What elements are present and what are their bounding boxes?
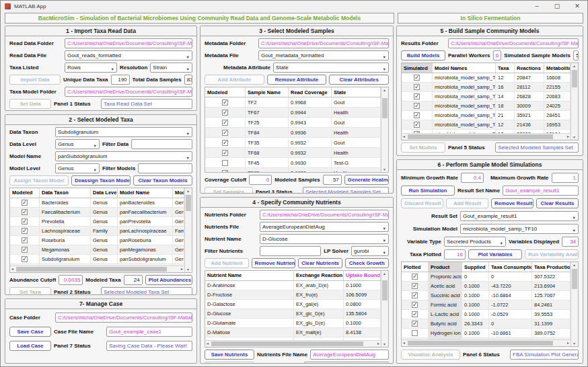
maximize-button[interactable]: ▢ — [547, 1, 567, 11]
set-nutrients-button[interactable]: Set Nutrients — [205, 362, 254, 364]
taxa-row[interactable]: Lachnospiraceae Family panLachnospiracea… — [10, 227, 184, 236]
plotted-checkbox[interactable] — [412, 330, 418, 336]
modeled-taxa-field[interactable]: 24 — [124, 275, 143, 285]
metadata-file-dropdown[interactable]: Gout_metadata_formatted — [258, 50, 389, 60]
simulated-checkbox[interactable] — [414, 103, 420, 109]
metadata-attribute-dropdown[interactable]: State — [273, 63, 389, 73]
column-header-model[interactable]: Model — [173, 188, 184, 198]
case-file-name-field[interactable]: Gout_example_case1 — [106, 327, 192, 337]
vertical-scrollbar[interactable] — [571, 63, 578, 140]
column-header-taxa-consumption[interactable]: Taxa Consumption — [489, 262, 532, 272]
save-case-button[interactable]: Save Case — [9, 327, 51, 337]
modeled-checkbox[interactable] — [22, 228, 28, 234]
column-header-simulated[interactable]: Simulated — [402, 63, 433, 73]
column-header-supplied[interactable]: Supplied — [462, 262, 489, 272]
variables-displayed-field[interactable]: 34 — [562, 237, 579, 247]
column-header-modeled[interactable]: Modeled — [205, 87, 246, 97]
discard-result-button[interactable]: Discard Result — [401, 198, 443, 208]
coverage-cutoff-field[interactable]: 0 — [249, 175, 272, 185]
column-header-data-taxon[interactable]: Data Taxon — [40, 188, 91, 198]
modeled-checkbox[interactable] — [22, 218, 28, 225]
clear-taxon-models-button[interactable]: Clear Taxon Models — [133, 175, 192, 186]
sample-row[interactable]: TF85 0.9929 Health — [205, 168, 381, 172]
taxa-row[interactable]: Faecalibacterium Genus panFaecalibacteri… — [10, 208, 184, 217]
column-header-data-level[interactable]: Data Level — [91, 188, 118, 198]
nutrient-row[interactable]: D-Arabinose EX_arab_D(e) 0.1000 — [205, 281, 381, 290]
taxa-plotted-field[interactable]: 16 — [444, 249, 466, 259]
simulated-checkbox[interactable] — [414, 93, 420, 99]
sample-row[interactable]: TF67 0.9944 Health — [205, 108, 381, 118]
lp-solver-dropdown[interactable]: gurobi — [351, 246, 389, 256]
column-header-plotted[interactable]: Plotted — [402, 262, 429, 272]
add-result-button[interactable]: Add Result — [446, 198, 488, 208]
column-header-exchange-reaction[interactable]: Exchange Reaction — [294, 271, 344, 280]
plotted-checkbox[interactable] — [412, 292, 418, 298]
set-data-button[interactable]: Set Data — [9, 99, 51, 109]
modeled-checkbox[interactable] — [222, 120, 228, 126]
set-samples-button[interactable]: Set Samples — [205, 187, 253, 194]
save-nutrients-button[interactable]: Save Nutrients — [205, 350, 254, 360]
resolution-dropdown[interactable]: Strain — [150, 63, 192, 73]
sample-row[interactable]: TF45 0.9930 Test-G — [205, 158, 381, 168]
horizontal-scrollbar[interactable] — [205, 340, 381, 347]
modeled-checkbox[interactable] — [222, 140, 228, 146]
import-data-button[interactable]: Import Data — [9, 75, 61, 85]
taxa-row[interactable]: Prevotella Genus panPrevotella Genus — [10, 217, 184, 227]
model-row[interactable]: microbiota_model_samp_TF1 12 20847 16608 — [402, 73, 571, 83]
taxa-row[interactable]: Bacteroides Genus panBacteroides Genus — [10, 198, 184, 208]
minimum-growth-rate-field[interactable]: 0.4 — [461, 173, 484, 183]
read-data-file-dropdown[interactable]: Gout_reads_formatted — [65, 50, 192, 60]
taxa-row[interactable]: Roseburia Genus panRoseburia Genus — [10, 236, 184, 245]
modeled-checkbox[interactable] — [22, 237, 28, 243]
modeled-checkbox[interactable] — [22, 256, 28, 262]
simulated-checkbox[interactable] — [414, 122, 420, 128]
column-header-metabolites[interactable]: Metabolites — [544, 63, 571, 73]
nutrients-file-name-field[interactable]: AverageEuropeanDietAug — [310, 350, 389, 360]
model-row[interactable]: microbiota_model_samp_TF10 16 28112 2215… — [402, 83, 571, 92]
nutrients-file-dropdown[interactable]: AverageEuropeanDietAug — [260, 222, 389, 232]
product-row[interactable]: Butyric acid 26.3343 0 31.1399 — [402, 319, 571, 329]
column-header-nutrient-name[interactable]: Nutrient Name — [205, 271, 294, 280]
column-header-taxa[interactable]: Taxa — [496, 63, 515, 73]
sample-row[interactable]: TF68 0.9932 Health — [205, 148, 381, 158]
plotted-checkbox[interactable] — [412, 274, 418, 280]
maximum-growth-rate-field[interactable]: 1 — [552, 173, 579, 183]
sample-row[interactable]: TF2 0.9968 Gout — [205, 97, 381, 108]
assign-taxon-model-button[interactable]: Assign Taxon Model — [9, 175, 69, 186]
minimize-button[interactable]: – — [527, 1, 547, 11]
plotted-checkbox[interactable] — [412, 302, 418, 308]
plot-variables-button[interactable]: Plot Variables — [468, 249, 522, 259]
modeled-checkbox[interactable] — [22, 209, 28, 215]
clear-nutrients-button[interactable]: Clear Nutrients — [298, 258, 342, 268]
modeled-checkbox[interactable] — [22, 247, 28, 253]
sample-row[interactable]: TF35 0.9932 Gout — [205, 138, 381, 148]
nutrients-folder-field[interactable]: C:/Users/micha/OneDrive/Documents/Consul… — [260, 210, 389, 220]
column-header-state[interactable]: State — [332, 87, 381, 97]
filter-nutrients-input[interactable] — [260, 246, 321, 256]
clear-attributes-button[interactable]: Clear Attributes — [329, 75, 389, 85]
modeled-checkbox[interactable] — [222, 160, 228, 166]
sample-row[interactable]: TF25 0.9943 Gout — [205, 118, 381, 128]
horizontal-scrollbar[interactable] — [402, 133, 571, 140]
column-header-taxa-production[interactable]: Taxa Production — [532, 262, 571, 272]
product-row[interactable]: Acetic acid 0.1000 -43.7220 213.6904 — [402, 282, 571, 291]
check-growth-button[interactable]: Check Growth — [345, 258, 390, 268]
column-header-reactions[interactable]: Reactions — [515, 63, 544, 73]
total-data-samples-field[interactable]: 83 — [184, 75, 192, 85]
result-set-dropdown[interactable]: Gout_example_result1 — [460, 211, 579, 221]
remove-attribute-button[interactable]: Remove Attribute — [267, 75, 327, 85]
vertical-scrollbar[interactable] — [184, 188, 192, 272]
result-set-name-field[interactable]: Gout_example_result1 — [503, 186, 579, 196]
simulation-model-dropdown[interactable]: microbiota_model_samp_TF10 — [460, 224, 579, 234]
results-folder-field[interactable]: C:/Users/micha/OneDrive/Documents/Consul… — [448, 38, 579, 48]
generate-heatmap-button[interactable]: Generate Heatmap — [344, 175, 389, 185]
nutrient-row[interactable]: D-Glutamate EX_glu_D(e) 0.1000 — [205, 319, 381, 328]
taxa-listed-dropdown[interactable]: Rows — [65, 63, 117, 73]
column-header-model-name[interactable]: Model Name — [118, 188, 173, 198]
load-case-button[interactable]: Load Case — [9, 341, 51, 351]
nutrient-row[interactable]: D-Galactose EX_gal(e) 0.0800 — [205, 300, 381, 309]
horizontal-scrollbar[interactable] — [402, 339, 571, 346]
deassign-taxon-model-button[interactable]: Deassign Taxon Model — [71, 175, 131, 186]
vertical-scrollbar[interactable] — [571, 262, 578, 346]
product-row[interactable]: Hydrogen ion 0.1000 -10.6861 389.0752 — [402, 329, 571, 338]
